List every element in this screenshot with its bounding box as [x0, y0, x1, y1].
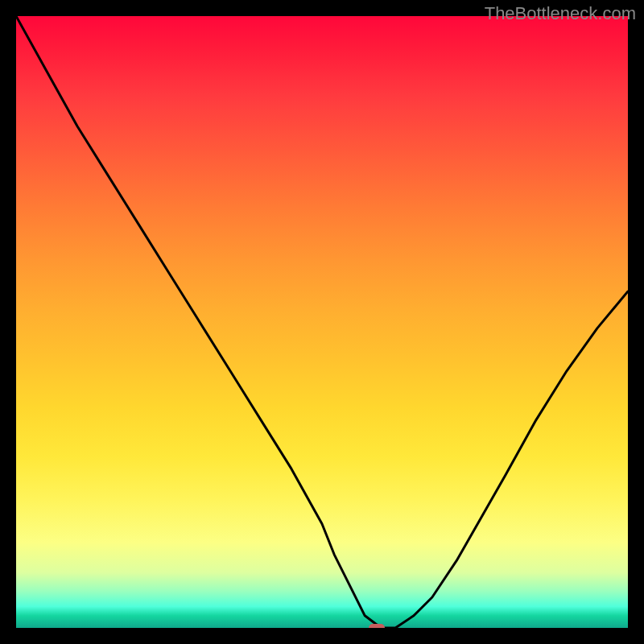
bottleneck-curve [16, 16, 628, 628]
optimal-point-marker [369, 624, 385, 628]
plot-area [16, 16, 628, 628]
watermark-text: TheBottleneck.com [485, 3, 636, 24]
